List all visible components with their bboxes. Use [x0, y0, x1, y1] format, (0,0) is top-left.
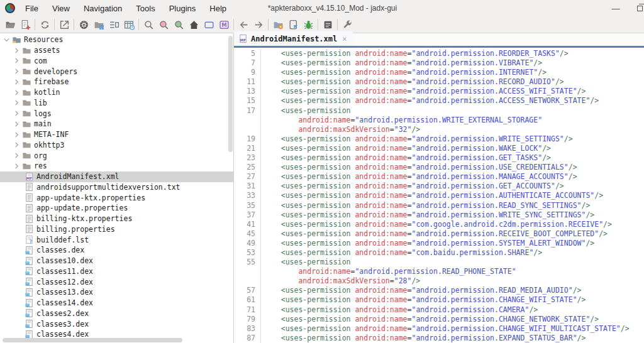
- chevron-right-icon[interactable]: [11, 79, 21, 85]
- folder-icon: [21, 140, 31, 150]
- chevron-right-icon[interactable]: [11, 152, 21, 159]
- tree-item-com[interactable]: com: [0, 56, 233, 67]
- tree-item-androidsupportmultidexversion-txt[interactable]: androidsupportmultidexversion.txt: [0, 182, 233, 193]
- chevron-right-icon[interactable]: [11, 121, 21, 128]
- preferences-button[interactable]: [340, 17, 355, 32]
- open-file-button[interactable]: [3, 17, 18, 32]
- tab-close-icon[interactable]: ×: [342, 35, 347, 43]
- tree-item-lib[interactable]: lib: [0, 98, 233, 109]
- tree-item-org[interactable]: org: [0, 150, 233, 161]
- text-search-button[interactable]: [156, 17, 171, 32]
- chevron-right-icon[interactable]: [11, 57, 21, 64]
- tree-item-assets[interactable]: assets: [0, 45, 233, 56]
- tree-item-firebase[interactable]: firebase: [0, 77, 233, 87]
- tree-item-meta-inf[interactable]: META-INF: [0, 129, 233, 140]
- window-title: *apkteraboxx_v4.15.10_Mod - jadx-gui: [268, 4, 397, 13]
- maximize-button[interactable]: [629, 0, 644, 16]
- tree-item-classes3-dex[interactable]: classes3.dex: [0, 318, 233, 329]
- lst-icon: ?: [24, 235, 34, 245]
- menu-view[interactable]: View: [52, 4, 70, 13]
- chevron-right-icon[interactable]: [11, 141, 21, 148]
- tree-item-classes12-dex[interactable]: classes12.dex: [0, 276, 233, 287]
- chevron-right-icon[interactable]: [11, 131, 21, 138]
- tree-item-androidmanifest-xml[interactable]: MFAndroidManifest.xml: [0, 172, 233, 182]
- search-button[interactable]: [141, 17, 156, 32]
- export-button[interactable]: [57, 17, 72, 32]
- svg-text:MF: MF: [240, 38, 247, 42]
- add-files-icon: [20, 19, 31, 30]
- chevron-right-icon[interactable]: [11, 110, 21, 117]
- line-number: 37: [234, 210, 261, 220]
- flat-packages-button[interactable]: [91, 17, 106, 32]
- add-files-button[interactable]: [18, 17, 33, 32]
- menu-navigation[interactable]: Navigation: [84, 4, 122, 13]
- tree-item-classes13-dex[interactable]: classes13.dex: [0, 287, 233, 298]
- tree-item-main[interactable]: main: [0, 119, 233, 129]
- line-number: 11: [234, 77, 261, 87]
- menu-file[interactable]: File: [25, 4, 38, 13]
- tree-item-billing-ktx-properties[interactable]: billing-ktx.properties: [0, 214, 233, 224]
- comment-button[interactable]: [201, 17, 216, 32]
- tree-item-builddef-lst[interactable]: ?builddef.lst: [0, 234, 233, 245]
- heap-usage-button[interactable]: [121, 17, 136, 32]
- chevron-right-icon[interactable]: [11, 89, 21, 96]
- tree-horizontal-scrollbar[interactable]: [3, 338, 182, 342]
- chevron-right-icon[interactable]: [11, 163, 21, 170]
- tree-item-classes-dex[interactable]: classes.dex: [0, 245, 233, 256]
- tree-item-classes11-dex[interactable]: classes11.dex: [0, 266, 233, 277]
- comment-search-button[interactable]: M: [216, 17, 231, 32]
- minimize-button[interactable]: —: [605, 0, 626, 16]
- chevron-right-icon[interactable]: [11, 47, 21, 54]
- svg-text:?: ?: [29, 239, 31, 244]
- tab-androidmanifest[interactable]: MF AndroidManifest.xml ×: [234, 31, 353, 46]
- code-text: <uses-permission android:name="android.p…: [261, 182, 564, 191]
- tree-item-logs[interactable]: logs: [0, 108, 233, 119]
- chevron-down-icon[interactable]: [1, 36, 11, 43]
- tree-item-billing-properties[interactable]: billing.properties: [0, 224, 233, 235]
- device-settings-button[interactable]: [270, 17, 286, 32]
- jadx-logo-icon: [5, 3, 15, 13]
- debugger-button[interactable]: [301, 17, 316, 32]
- tree-item-developers[interactable]: developers: [0, 66, 233, 77]
- tree-item-classes10-dex[interactable]: classes10.dex: [0, 256, 233, 266]
- menu-help[interactable]: Help: [209, 4, 226, 13]
- toolbar-separator: [74, 19, 74, 30]
- code-text: <uses-permission android:name="android.p…: [261, 58, 542, 68]
- menu-plugins[interactable]: Plugins: [169, 4, 196, 13]
- adb-device-button[interactable]: [286, 17, 301, 32]
- tree-item-classes14-dex[interactable]: classes14.dex: [0, 298, 233, 308]
- line-number: 21: [234, 144, 261, 153]
- menu-tools[interactable]: Tools: [136, 4, 155, 13]
- code-line: 17 <uses-permission: [234, 106, 644, 116]
- tree-item-resources[interactable]: Resources: [0, 35, 233, 45]
- tree-item-app-update-properties[interactable]: app-update.properties: [0, 203, 233, 214]
- tree-item-classes2-dex[interactable]: classes2.dex: [0, 308, 233, 319]
- flat-packages-icon: [94, 19, 104, 30]
- line-number: 7: [234, 58, 261, 68]
- tree-item-okhttp3[interactable]: okhttp3: [0, 140, 233, 151]
- line-number: 27: [234, 172, 261, 182]
- forward-button[interactable]: [251, 17, 266, 32]
- class-search-button[interactable]: [171, 17, 186, 32]
- log-viewer-button[interactable]: [320, 17, 335, 32]
- tree-item-label: lib: [34, 99, 47, 107]
- tree-item-label: AndroidManifest.xml: [36, 172, 119, 181]
- reload-button[interactable]: [37, 17, 52, 32]
- code-text: <uses-permission android:name="com.googl…: [261, 220, 612, 229]
- code-area[interactable]: 5 <uses-permission android:name="android…: [234, 48, 644, 343]
- structure-button[interactable]: [106, 17, 121, 32]
- back-button[interactable]: [236, 17, 251, 32]
- folder-icon: [21, 161, 31, 171]
- line-number: [234, 125, 261, 134]
- tree-item-app-update-ktx-properties[interactable]: app-update-ktx.properties: [0, 192, 233, 203]
- tree-item-kotlin[interactable]: kotlin: [0, 87, 233, 98]
- toolbar-separator: [337, 19, 338, 30]
- deobfuscation-button[interactable]: [76, 17, 91, 32]
- main-activity-button[interactable]: [186, 17, 201, 32]
- code-line: 5 <uses-permission android:name="android…: [234, 49, 644, 58]
- chevron-right-icon[interactable]: [11, 99, 21, 106]
- chevron-right-icon[interactable]: [11, 68, 21, 75]
- tree-item-res[interactable]: res: [0, 161, 233, 172]
- code-line: 13 <uses-permission android:name="androi…: [234, 87, 644, 96]
- tree-vertical-scrollbar[interactable]: [228, 36, 233, 152]
